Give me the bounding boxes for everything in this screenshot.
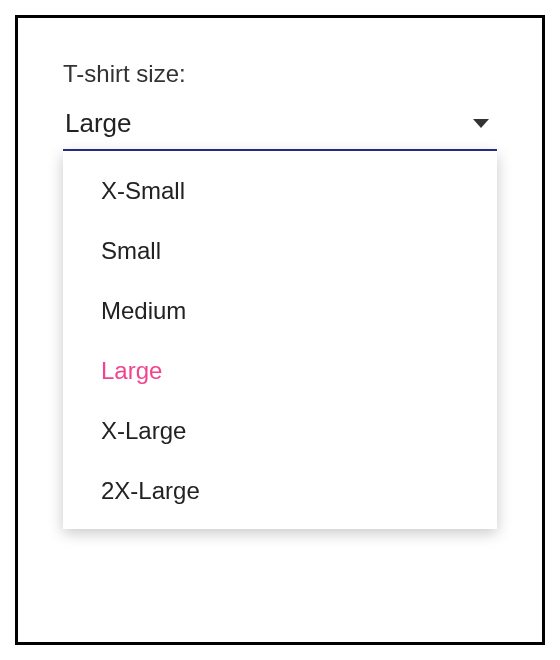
option-x-small[interactable]: X-Small <box>63 161 497 221</box>
dropdown-panel: X-Small Small Medium Large X-Large 2X-La… <box>63 151 497 529</box>
tshirt-size-select: Large X-Small Small Medium Large X-Large… <box>63 102 497 151</box>
option-medium[interactable]: Medium <box>63 281 497 341</box>
option-small[interactable]: Small <box>63 221 497 281</box>
card-frame: T-shirt size: Large X-Small Small Medium… <box>15 15 545 645</box>
option-large[interactable]: Large <box>63 341 497 401</box>
option-2x-large[interactable]: 2X-Large <box>63 461 497 521</box>
option-x-large[interactable]: X-Large <box>63 401 497 461</box>
caret-down-icon <box>473 119 489 128</box>
select-control[interactable]: Large <box>63 102 497 151</box>
field-label: T-shirt size: <box>63 60 497 88</box>
select-current-value: Large <box>65 108 132 139</box>
